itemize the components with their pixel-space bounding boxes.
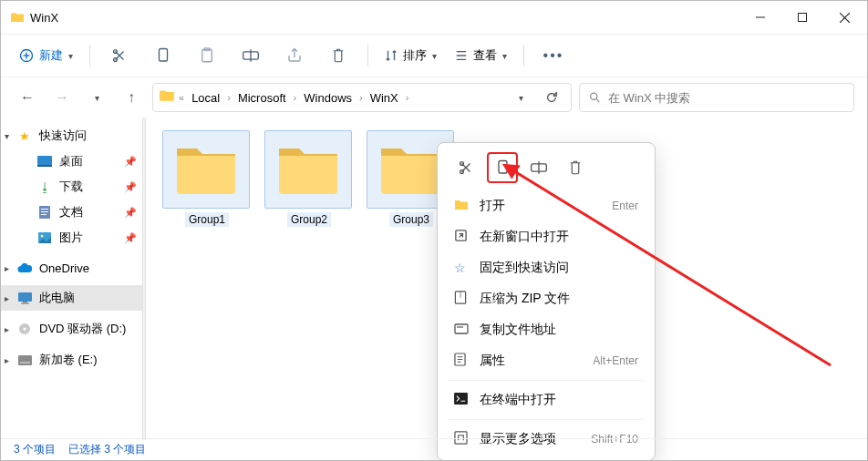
- view-label: 查看: [473, 47, 497, 64]
- svg-rect-24: [18, 292, 32, 302]
- search-input[interactable]: [608, 91, 844, 105]
- pc-icon: [17, 291, 32, 305]
- sidebar-item-pictures[interactable]: 图片 📌: [1, 225, 142, 251]
- share-icon: [286, 47, 303, 64]
- chevron-down-icon: ▾: [502, 51, 507, 61]
- svg-point-14: [591, 93, 597, 99]
- view-button[interactable]: 查看 ▾: [448, 44, 514, 67]
- picture-icon: [37, 230, 52, 245]
- toolbar: 新建 ▾ 排序 ▾ 查看 ▾ •••: [1, 34, 867, 77]
- up-button[interactable]: ↑: [118, 84, 145, 111]
- sidebar-item-this-pc[interactable]: ▸ 此电脑: [1, 285, 142, 311]
- star-icon: ☆: [454, 261, 469, 275]
- sidebar-item-downloads[interactable]: ⭳ 下载 📌: [1, 174, 142, 200]
- svg-rect-33: [499, 161, 507, 174]
- address-bar[interactable]: « Local › Microsoft › Windows › WinX › ▾: [152, 83, 572, 112]
- ctx-cut-button[interactable]: [450, 152, 481, 183]
- folder-icon: [275, 143, 341, 196]
- ctx-copy-path[interactable]: 复制文件地址: [441, 314, 651, 345]
- ctx-copy-button[interactable]: [487, 152, 518, 183]
- svg-rect-21: [41, 214, 46, 215]
- chevron-down-icon: ▾: [68, 51, 73, 61]
- search-icon: [589, 91, 601, 104]
- ctx-label: 固定到快速访问: [480, 260, 569, 276]
- maximize-button[interactable]: [781, 1, 823, 34]
- sidebar-item-documents[interactable]: 文档 📌: [1, 200, 142, 225]
- sidebar-item-quick-access[interactable]: ▾ ★ 快速访问: [1, 123, 142, 149]
- copy-button[interactable]: [143, 39, 183, 72]
- sidebar-item-dvd[interactable]: ▸ DVD 驱动器 (D:): [1, 316, 142, 342]
- breadcrumb-segment[interactable]: Microsoft: [234, 89, 290, 107]
- sidebar: ▾ ★ 快速访问 桌面 📌 ⭳ 下载 📌 文档 📌 图片 📌 ▸ On: [1, 118, 142, 440]
- close-button[interactable]: [823, 1, 865, 34]
- ctx-properties[interactable]: 属性 Alt+Enter: [441, 345, 651, 376]
- rename-icon: [242, 48, 260, 63]
- path-icon: [454, 323, 469, 337]
- new-button[interactable]: 新建 ▾: [12, 44, 80, 67]
- list-icon: [455, 49, 468, 62]
- refresh-button[interactable]: [538, 84, 565, 111]
- recent-button[interactable]: ▾: [83, 84, 110, 111]
- ctx-delete-button[interactable]: [560, 152, 591, 183]
- share-button[interactable]: [274, 39, 315, 72]
- svg-rect-39: [455, 324, 468, 333]
- ctx-label: 在终端中打开: [480, 392, 556, 408]
- ctx-hint: Enter: [612, 200, 638, 212]
- breadcrumb-segment[interactable]: Local: [188, 89, 223, 107]
- status-bar: 3 个项目 已选择 3 个项目: [1, 438, 867, 460]
- pin-icon: 📌: [124, 156, 137, 168]
- ctx-label: 复制文件地址: [480, 322, 556, 338]
- trash-icon: [331, 47, 346, 64]
- terminal-icon: [454, 393, 469, 407]
- svg-rect-9: [160, 49, 168, 62]
- folder-item[interactable]: Group2: [264, 130, 354, 227]
- ctx-label: 在新窗口中打开: [480, 229, 569, 245]
- sidebar-item-volume[interactable]: ▸ 新加卷 (E:): [1, 347, 142, 373]
- sidebar-item-label: 图片: [59, 230, 83, 246]
- scissors-icon: [458, 159, 474, 176]
- ctx-pin-quick-access[interactable]: ☆ 固定到快速访问: [441, 252, 651, 283]
- svg-rect-19: [41, 209, 48, 210]
- more-button[interactable]: •••: [533, 39, 574, 72]
- pin-icon: 📌: [124, 181, 137, 193]
- context-menu: 打开 Enter 在新窗口中打开 ☆ 固定到快速访问 压缩为 ZIP 文件 复制…: [437, 142, 656, 461]
- breadcrumb-segment[interactable]: Windows: [300, 89, 356, 107]
- star-icon: ★: [17, 128, 32, 143]
- address-row: ← → ▾ ↑ « Local › Microsoft › Windows › …: [1, 77, 867, 118]
- search-box[interactable]: [579, 83, 854, 112]
- chevron-right-icon: ›: [404, 92, 411, 103]
- properties-icon: [454, 353, 469, 369]
- rename-button[interactable]: [231, 39, 271, 72]
- sidebar-item-onedrive[interactable]: ▸ OneDrive: [1, 256, 142, 280]
- sort-button[interactable]: 排序 ▾: [377, 44, 444, 67]
- breadcrumb-segment[interactable]: WinX: [367, 89, 402, 107]
- ctx-open-terminal[interactable]: 在终端中打开: [441, 384, 651, 415]
- svg-rect-30: [20, 362, 30, 364]
- chevron-down-icon: ▾: [432, 51, 437, 61]
- clipboard-icon: [200, 47, 214, 64]
- forward-button[interactable]: →: [48, 84, 76, 111]
- sidebar-item-desktop[interactable]: 桌面 📌: [1, 149, 142, 174]
- minimize-button[interactable]: [739, 1, 781, 34]
- ctx-hint: Alt+Enter: [593, 354, 638, 367]
- cut-button[interactable]: [99, 39, 140, 72]
- ctx-rename-button[interactable]: [523, 152, 554, 183]
- delete-button[interactable]: [318, 39, 358, 72]
- folder-icon: [377, 143, 443, 196]
- ctx-compress-zip[interactable]: 压缩为 ZIP 文件: [441, 283, 651, 314]
- chevron-right-icon: ▸: [5, 355, 9, 365]
- status-count: 3 个项目: [14, 442, 56, 457]
- svg-rect-17: [37, 165, 52, 167]
- chevron-right-icon: ›: [357, 92, 365, 103]
- folder-item[interactable]: Group1: [162, 130, 252, 227]
- folder-icon: [173, 143, 239, 196]
- history-dropdown[interactable]: ▾: [507, 84, 534, 111]
- svg-rect-16: [37, 156, 52, 165]
- sidebar-item-label: 此电脑: [39, 290, 75, 306]
- back-button[interactable]: ←: [14, 84, 41, 111]
- ctx-open-new-window[interactable]: 在新窗口中打开: [441, 221, 651, 252]
- paste-button[interactable]: [187, 39, 227, 72]
- document-icon: [37, 205, 52, 220]
- svg-rect-25: [23, 302, 27, 303]
- ctx-open[interactable]: 打开 Enter: [441, 190, 651, 221]
